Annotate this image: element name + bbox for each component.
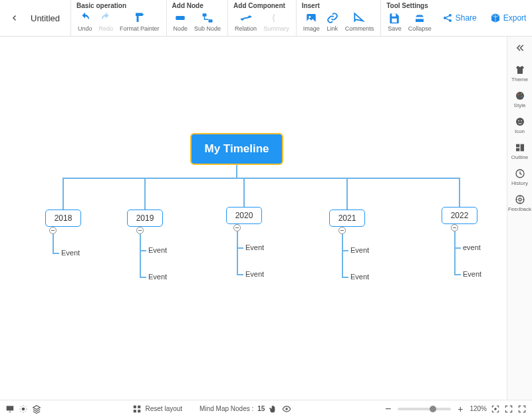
connector — [53, 253, 59, 254]
collapse-toggle[interactable] — [49, 227, 57, 234]
comments-icon — [353, 12, 365, 24]
fit-screen-button[interactable] — [491, 404, 500, 414]
svg-rect-26 — [138, 405, 140, 408]
year-node-3[interactable]: 2021 — [329, 209, 365, 227]
format-painter-icon — [134, 12, 146, 24]
hand-tool-button[interactable] — [269, 404, 278, 414]
event-label[interactable]: Event — [245, 243, 264, 251]
outline-icon — [515, 142, 525, 153]
canvas-area[interactable]: My Timeline 2018 Event 2019 Event Event … — [0, 37, 507, 400]
fullscreen-button[interactable] — [517, 404, 527, 414]
toolbar-group-add-node: Add Node Node Sub Node — [166, 0, 228, 36]
year-node-2[interactable]: 2020 — [226, 207, 262, 224]
event-label[interactable]: Event — [245, 270, 264, 278]
save-button[interactable]: Save — [385, 11, 404, 33]
root-node[interactable]: My Timeline — [190, 133, 283, 165]
connector — [237, 247, 243, 249]
side-theme[interactable]: Theme — [507, 63, 532, 84]
collapse-toggle[interactable] — [451, 224, 458, 231]
export-button[interactable]: Export — [486, 10, 531, 26]
toolbar-group-tool: Tool Settings Save Collapse — [380, 0, 438, 36]
back-button[interactable] — [5, 0, 24, 36]
group-title-add-node: Add Node — [171, 2, 224, 9]
undo-button[interactable]: Undo — [75, 11, 95, 33]
side-icon[interactable]: Icon — [507, 115, 532, 136]
node-button[interactable]: Node — [171, 11, 191, 33]
side-history[interactable]: History — [507, 167, 532, 188]
svg-point-30 — [495, 408, 496, 409]
connector — [342, 250, 348, 251]
event-label[interactable]: Event — [148, 246, 167, 254]
svg-point-24 — [22, 407, 25, 410]
group-title-insert: Insert — [301, 2, 377, 9]
undo-icon — [79, 12, 91, 24]
feedback-icon — [515, 194, 525, 205]
format-painter-button[interactable]: Format Painter — [117, 11, 162, 33]
summary-button[interactable]: Summary — [261, 11, 292, 33]
zoom-slider[interactable] — [398, 408, 451, 410]
summary-icon — [270, 12, 282, 24]
sub-node-icon — [201, 12, 213, 24]
connector — [63, 178, 64, 209]
side-collapse-button[interactable] — [507, 41, 532, 58]
connector — [454, 247, 461, 249]
connector — [459, 178, 460, 207]
eye-button[interactable] — [282, 404, 291, 414]
svg-rect-0 — [176, 16, 186, 20]
brightness-button[interactable] — [19, 404, 28, 414]
side-panel: Theme Style Icon Outline History Feedbac… — [507, 37, 532, 400]
svg-rect-27 — [133, 410, 136, 412]
link-icon — [327, 12, 338, 24]
event-label[interactable]: Event — [350, 273, 369, 281]
year-node-1[interactable]: 2019 — [127, 209, 163, 227]
event-label[interactable]: Event — [148, 273, 167, 281]
reset-layout-button[interactable]: Reset layout — [146, 405, 183, 412]
redo-button[interactable]: Redo — [96, 11, 116, 33]
layers-button[interactable] — [32, 404, 41, 414]
zoom-out-button[interactable]: − — [382, 403, 394, 415]
chevron-left-icon — [11, 14, 19, 22]
collapse-toggle[interactable] — [136, 227, 144, 234]
svg-point-10 — [516, 92, 524, 100]
connector — [237, 231, 238, 274]
center-button[interactable] — [504, 404, 513, 414]
connector — [140, 234, 141, 277]
svg-rect-18 — [520, 144, 523, 152]
share-button[interactable]: Share — [438, 10, 481, 26]
redo-icon — [100, 12, 112, 24]
toolbar-group-insert: Insert Image Link Comments — [296, 0, 381, 36]
link-button[interactable]: Link — [324, 11, 341, 33]
sub-node-button[interactable]: Sub Node — [192, 11, 223, 33]
collapse-toggle[interactable] — [338, 227, 346, 234]
side-style[interactable]: Style — [507, 89, 532, 110]
group-title-add-component: Add Component — [232, 2, 292, 9]
svg-rect-2 — [209, 19, 213, 23]
comments-button[interactable]: Comments — [342, 11, 377, 33]
event-label[interactable]: Event — [463, 270, 481, 278]
toolbar-group-add-component: Add Component Relation Summary — [227, 0, 296, 36]
group-title-tool: Tool Settings — [385, 2, 434, 9]
svg-point-15 — [518, 120, 519, 122]
side-outline[interactable]: Outline — [507, 141, 532, 162]
presentation-mode-button[interactable] — [5, 404, 15, 414]
year-node-0[interactable]: 2018 — [45, 209, 81, 227]
event-label[interactable]: Event — [61, 249, 80, 257]
group-title-basic: Basic operation — [75, 2, 162, 9]
reset-layout-icon[interactable] — [132, 404, 142, 414]
image-button[interactable]: Image — [301, 11, 323, 33]
event-label[interactable]: Event — [350, 246, 369, 254]
image-icon — [305, 12, 317, 24]
collapse-button[interactable]: Collapse — [406, 11, 434, 33]
svg-rect-23 — [7, 406, 14, 410]
smile-icon — [515, 116, 525, 127]
document-title[interactable]: Untitled — [24, 0, 70, 36]
zoom-in-button[interactable]: + — [455, 404, 466, 414]
relation-button[interactable]: Relation — [232, 11, 259, 33]
node-count-value: 15 — [257, 405, 265, 412]
collapse-toggle[interactable] — [233, 224, 241, 231]
event-label[interactable]: event — [463, 243, 481, 251]
connector — [346, 178, 348, 209]
toolbar-right-actions: Share Export — [438, 0, 532, 36]
side-feedback[interactable]: Feedback — [507, 193, 532, 213]
year-node-4[interactable]: 2022 — [442, 207, 477, 224]
